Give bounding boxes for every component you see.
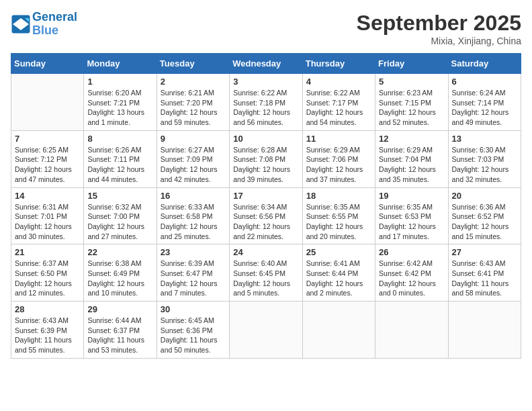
- calendar-cell: 21Sunrise: 6:37 AM Sunset: 6:50 PM Dayli…: [11, 244, 84, 302]
- calendar-cell: [230, 302, 302, 359]
- calendar-cell: 15Sunrise: 6:32 AM Sunset: 7:00 PM Dayli…: [84, 187, 157, 244]
- day-info: Sunrise: 6:23 AM Sunset: 7:15 PM Dayligh…: [379, 88, 444, 128]
- calendar-cell: 30Sunrise: 6:45 AM Sunset: 6:36 PM Dayli…: [157, 302, 229, 359]
- logo-icon: [11, 14, 31, 34]
- day-info: Sunrise: 6:45 AM Sunset: 6:36 PM Dayligh…: [161, 316, 226, 355]
- day-number: 14: [15, 191, 80, 201]
- calendar-cell: 8Sunrise: 6:26 AM Sunset: 7:11 PM Daylig…: [84, 130, 157, 187]
- calendar-cell: 13Sunrise: 6:30 AM Sunset: 7:03 PM Dayli…: [448, 130, 521, 187]
- day-info: Sunrise: 6:27 AM Sunset: 7:09 PM Dayligh…: [161, 145, 226, 185]
- page-header: General Blue September 2025 Mixia, Xinji…: [11, 11, 521, 46]
- day-info: Sunrise: 6:21 AM Sunset: 7:20 PM Dayligh…: [161, 88, 226, 128]
- calendar-cell: [302, 302, 375, 359]
- day-info: Sunrise: 6:43 AM Sunset: 6:39 PM Dayligh…: [15, 316, 80, 355]
- day-number: 20: [452, 191, 517, 201]
- calendar-cell: 28Sunrise: 6:43 AM Sunset: 6:39 PM Dayli…: [11, 302, 84, 359]
- day-info: Sunrise: 6:29 AM Sunset: 7:04 PM Dayligh…: [379, 145, 444, 185]
- calendar-cell: 18Sunrise: 6:35 AM Sunset: 6:55 PM Dayli…: [302, 187, 375, 244]
- day-number: 25: [306, 247, 371, 257]
- month-title: September 2025: [357, 11, 521, 36]
- calendar-cell: 4Sunrise: 6:22 AM Sunset: 7:17 PM Daylig…: [302, 74, 375, 131]
- day-number: 8: [87, 134, 152, 144]
- day-number: 5: [379, 77, 444, 87]
- calendar-cell: 7Sunrise: 6:25 AM Sunset: 7:12 PM Daylig…: [11, 130, 84, 187]
- weekday-header: Friday: [375, 54, 448, 74]
- day-info: Sunrise: 6:42 AM Sunset: 6:42 PM Dayligh…: [379, 259, 444, 298]
- calendar-cell: 1Sunrise: 6:20 AM Sunset: 7:21 PM Daylig…: [84, 74, 157, 131]
- day-info: Sunrise: 6:37 AM Sunset: 6:50 PM Dayligh…: [15, 259, 80, 298]
- day-number: 1: [87, 77, 152, 87]
- day-number: 16: [161, 191, 226, 201]
- day-info: Sunrise: 6:30 AM Sunset: 7:03 PM Dayligh…: [452, 145, 517, 185]
- day-info: Sunrise: 6:34 AM Sunset: 6:56 PM Dayligh…: [233, 202, 298, 242]
- day-number: 22: [87, 247, 152, 257]
- day-info: Sunrise: 6:40 AM Sunset: 6:45 PM Dayligh…: [233, 259, 298, 298]
- weekday-header: Sunday: [11, 54, 84, 74]
- title-block: September 2025 Mixia, Xinjiang, China: [357, 11, 521, 46]
- day-number: 19: [379, 191, 444, 201]
- day-info: Sunrise: 6:35 AM Sunset: 6:53 PM Dayligh…: [379, 202, 444, 242]
- day-info: Sunrise: 6:20 AM Sunset: 7:21 PM Dayligh…: [87, 88, 152, 128]
- weekday-header: Tuesday: [157, 54, 229, 74]
- calendar-cell: 3Sunrise: 6:22 AM Sunset: 7:18 PM Daylig…: [230, 74, 302, 131]
- day-info: Sunrise: 6:43 AM Sunset: 6:41 PM Dayligh…: [452, 259, 517, 298]
- day-info: Sunrise: 6:31 AM Sunset: 7:01 PM Dayligh…: [15, 202, 80, 242]
- day-number: 15: [87, 191, 152, 201]
- day-info: Sunrise: 6:28 AM Sunset: 7:08 PM Dayligh…: [233, 145, 298, 185]
- calendar-cell: [375, 302, 448, 359]
- day-info: Sunrise: 6:36 AM Sunset: 6:52 PM Dayligh…: [452, 202, 517, 242]
- calendar-cell: 26Sunrise: 6:42 AM Sunset: 6:42 PM Dayli…: [375, 244, 448, 302]
- calendar-week-row: 1Sunrise: 6:20 AM Sunset: 7:21 PM Daylig…: [11, 74, 521, 131]
- day-number: 7: [15, 134, 80, 144]
- calendar-cell: 20Sunrise: 6:36 AM Sunset: 6:52 PM Dayli…: [448, 187, 521, 244]
- day-number: 18: [306, 191, 371, 201]
- day-number: 3: [233, 77, 298, 87]
- day-number: 12: [379, 134, 444, 144]
- day-info: Sunrise: 6:39 AM Sunset: 6:47 PM Dayligh…: [161, 259, 226, 298]
- calendar-cell: 11Sunrise: 6:29 AM Sunset: 7:06 PM Dayli…: [302, 130, 375, 187]
- calendar-cell: 25Sunrise: 6:41 AM Sunset: 6:44 PM Dayli…: [302, 244, 375, 302]
- day-number: 10: [233, 134, 298, 144]
- weekday-header-row: SundayMondayTuesdayWednesdayThursdayFrid…: [11, 54, 521, 74]
- day-number: 4: [306, 77, 371, 87]
- calendar-cell: 9Sunrise: 6:27 AM Sunset: 7:09 PM Daylig…: [157, 130, 229, 187]
- day-number: 30: [161, 304, 226, 314]
- day-info: Sunrise: 6:25 AM Sunset: 7:12 PM Dayligh…: [15, 145, 80, 185]
- weekday-header: Wednesday: [230, 54, 302, 74]
- day-number: 23: [161, 247, 226, 257]
- calendar-cell: [11, 74, 84, 131]
- day-info: Sunrise: 6:22 AM Sunset: 7:17 PM Dayligh…: [306, 88, 371, 128]
- day-info: Sunrise: 6:38 AM Sunset: 6:49 PM Dayligh…: [87, 259, 152, 298]
- day-info: Sunrise: 6:22 AM Sunset: 7:18 PM Dayligh…: [233, 88, 298, 128]
- calendar-table: SundayMondayTuesdayWednesdayThursdayFrid…: [11, 53, 521, 359]
- location: Mixia, Xinjiang, China: [357, 36, 521, 46]
- day-number: 29: [87, 304, 152, 314]
- day-number: 24: [233, 247, 298, 257]
- calendar-cell: 24Sunrise: 6:40 AM Sunset: 6:45 PM Dayli…: [230, 244, 302, 302]
- calendar-cell: 2Sunrise: 6:21 AM Sunset: 7:20 PM Daylig…: [157, 74, 229, 131]
- calendar-cell: 16Sunrise: 6:33 AM Sunset: 6:58 PM Dayli…: [157, 187, 229, 244]
- day-info: Sunrise: 6:26 AM Sunset: 7:11 PM Dayligh…: [87, 145, 152, 185]
- calendar-cell: 29Sunrise: 6:44 AM Sunset: 6:37 PM Dayli…: [84, 302, 157, 359]
- calendar-cell: 12Sunrise: 6:29 AM Sunset: 7:04 PM Dayli…: [375, 130, 448, 187]
- calendar-cell: 23Sunrise: 6:39 AM Sunset: 6:47 PM Dayli…: [157, 244, 229, 302]
- calendar-cell: 14Sunrise: 6:31 AM Sunset: 7:01 PM Dayli…: [11, 187, 84, 244]
- day-number: 11: [306, 134, 371, 144]
- day-info: Sunrise: 6:29 AM Sunset: 7:06 PM Dayligh…: [306, 145, 371, 185]
- calendar-cell: 5Sunrise: 6:23 AM Sunset: 7:15 PM Daylig…: [375, 74, 448, 131]
- calendar-week-row: 21Sunrise: 6:37 AM Sunset: 6:50 PM Dayli…: [11, 244, 521, 302]
- day-info: Sunrise: 6:33 AM Sunset: 6:58 PM Dayligh…: [161, 202, 226, 242]
- weekday-header: Saturday: [448, 54, 521, 74]
- weekday-header: Monday: [84, 54, 157, 74]
- day-info: Sunrise: 6:41 AM Sunset: 6:44 PM Dayligh…: [306, 259, 371, 298]
- day-number: 13: [452, 134, 517, 144]
- day-number: 21: [15, 247, 80, 257]
- day-info: Sunrise: 6:35 AM Sunset: 6:55 PM Dayligh…: [306, 202, 371, 242]
- calendar-week-row: 7Sunrise: 6:25 AM Sunset: 7:12 PM Daylig…: [11, 130, 521, 187]
- day-number: 17: [233, 191, 298, 201]
- calendar-cell: 10Sunrise: 6:28 AM Sunset: 7:08 PM Dayli…: [230, 130, 302, 187]
- logo-text: General Blue: [32, 11, 77, 38]
- calendar-week-row: 28Sunrise: 6:43 AM Sunset: 6:39 PM Dayli…: [11, 302, 521, 359]
- calendar-cell: 22Sunrise: 6:38 AM Sunset: 6:49 PM Dayli…: [84, 244, 157, 302]
- day-number: 9: [161, 134, 226, 144]
